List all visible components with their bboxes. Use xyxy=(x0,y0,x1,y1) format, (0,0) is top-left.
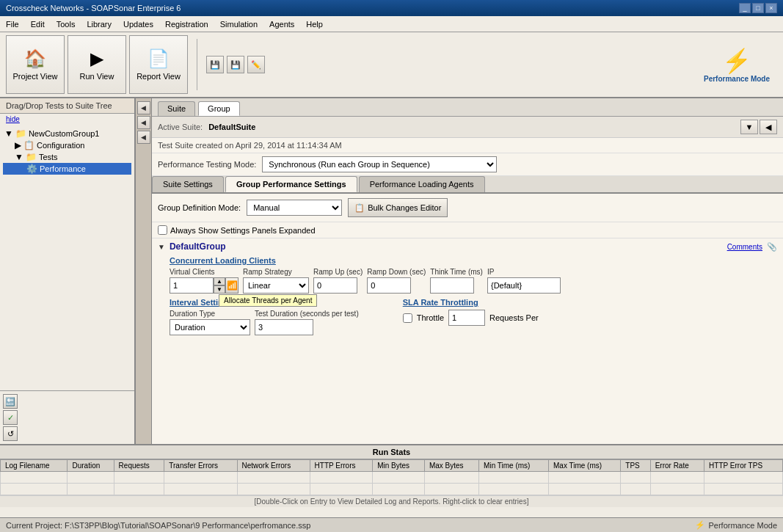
suite-nav-prev[interactable]: ◀ xyxy=(760,120,777,134)
tab-suite-settings[interactable]: Suite Settings xyxy=(152,176,224,192)
tree-item-label: NewCustomGroup1 xyxy=(29,129,100,138)
ramp-strategy-select[interactable]: Linear Step Exponential xyxy=(243,277,309,294)
menu-bar: File Edit Tools Library Updates Registra… xyxy=(0,16,783,32)
section-expand-icon[interactable]: ▼ xyxy=(158,243,165,251)
tree-expand-icon: ▼ xyxy=(4,128,13,139)
save-as-button[interactable]: 💾 xyxy=(227,56,244,73)
ramp-up-group: Ramp Up (sec) xyxy=(313,268,363,294)
ramp-down-input[interactable] xyxy=(367,277,411,294)
tree-expand-icon: ▶ xyxy=(15,140,21,150)
run-view-button[interactable]: ▶ Run View xyxy=(68,35,126,94)
tree-item-newcustomgroup1[interactable]: ▼ 📁 NewCustomGroup1 xyxy=(3,128,131,139)
run-view-label: Run View xyxy=(80,72,114,81)
ramp-up-input[interactable] xyxy=(313,277,357,294)
suite-info: Test Suite created on April 29, 2014 at … xyxy=(152,138,783,153)
menu-simulation[interactable]: Simulation xyxy=(214,16,263,32)
tree-expand-icon: ▼ xyxy=(15,152,23,162)
tree-item-configuration[interactable]: ▶ 📋 Configuration xyxy=(3,139,131,151)
ramp-up-label: Ramp Up (sec) xyxy=(313,268,363,276)
interval-fields-row: Duration Type Duration Iterations Time T… xyxy=(170,310,359,335)
menu-agents[interactable]: Agents xyxy=(263,16,300,32)
test-duration-input[interactable] xyxy=(255,319,313,335)
tree-area: ▼ 📁 NewCustomGroup1 ▶ 📋 Configuration ▼ … xyxy=(0,125,134,390)
run-view-icon: ▶ xyxy=(90,48,103,69)
throttle-checkbox[interactable] xyxy=(403,313,412,323)
group-tab[interactable]: Group xyxy=(198,101,240,116)
maximize-button[interactable]: □ xyxy=(752,3,764,13)
menu-edit[interactable]: Edit xyxy=(25,16,51,32)
status-bar: Current Project: F:\ST3PP\Blog\Tutorial\… xyxy=(0,517,783,532)
report-view-button[interactable]: 📄 Report View xyxy=(129,35,188,94)
requests-per-label: Requests Per xyxy=(489,313,539,322)
perf-mode-status-text: Performance Mode xyxy=(708,521,777,530)
title-bar: Crosscheck Networks - SOAPSonar Enterpri… xyxy=(0,0,783,16)
ip-label: IP xyxy=(487,268,561,276)
test-duration-label: Test Duration (seconds per test) xyxy=(255,310,359,318)
virtual-clients-increment[interactable]: ▲ xyxy=(214,277,225,285)
duration-type-select[interactable]: Duration Iterations Time xyxy=(170,319,250,335)
nav-arrow-2[interactable]: ◀ xyxy=(137,116,150,129)
comments-link[interactable]: Comments xyxy=(727,243,762,251)
performance-mode-icon: ⚡ xyxy=(722,47,751,75)
double-click-hint: [Double-Click on Entry to View Detailed … xyxy=(0,495,783,507)
tree-item-tests[interactable]: ▼ 📁 Tests xyxy=(3,151,131,163)
project-view-button[interactable]: 🏠 Project View xyxy=(6,35,65,94)
drag-drop-label: Drag/Drop Tests to Suite Tree xyxy=(6,101,112,110)
table-row-empty xyxy=(1,472,783,484)
menu-file[interactable]: File xyxy=(0,16,25,32)
perf-mode-label: Performance Testing Mode: xyxy=(158,160,256,169)
nav-arrow-1[interactable]: ◀ xyxy=(137,101,150,114)
tree-item-performance[interactable]: ⚙️ Performance xyxy=(3,163,131,175)
col-duration: Duration xyxy=(68,460,114,472)
ip-input[interactable] xyxy=(487,277,561,294)
save-button[interactable]: 💾 xyxy=(206,56,224,73)
table-row-empty-2 xyxy=(1,484,783,495)
edit-button[interactable]: ✏️ xyxy=(247,56,265,73)
always-show-settings-label[interactable]: Always Show Settings Panels Expanded xyxy=(158,225,777,235)
report-view-icon: 📄 xyxy=(148,48,170,69)
col-requests: Requests xyxy=(114,460,164,472)
virtual-clients-input[interactable] xyxy=(170,277,214,294)
always-show-settings-checkbox[interactable] xyxy=(158,225,167,235)
col-http-error-tps: HTTP Error TPS xyxy=(704,460,783,472)
perf-mode-row: Performance Testing Mode: Synchronous (R… xyxy=(152,153,783,176)
nav-refresh-button[interactable]: ↺ xyxy=(3,426,18,441)
menu-library[interactable]: Library xyxy=(81,16,117,32)
nav-arrows-panel: ◀ ◀ ◀ xyxy=(136,98,152,444)
menu-registration[interactable]: Registration xyxy=(159,16,214,32)
bulk-changes-editor-button[interactable]: 📋 Bulk Changes Editor xyxy=(348,198,448,217)
tab-performance-loading-agents[interactable]: Performance Loading Agents xyxy=(359,176,485,192)
group-def-label: Group Definition Mode: xyxy=(158,203,241,212)
test-duration-group: Test Duration (seconds per test) xyxy=(255,310,359,335)
concurrent-loading-title: Concurrent Loading Clients xyxy=(170,256,777,265)
active-suite-label: Active Suite: xyxy=(158,123,203,131)
menu-tools[interactable]: Tools xyxy=(51,16,81,32)
toolbar: 🏠 Project View ▶ Run View 📄 Report View … xyxy=(0,32,783,98)
comments-icon[interactable]: 📎 xyxy=(767,242,777,252)
close-button[interactable]: × xyxy=(765,3,777,13)
virtual-clients-decrement[interactable]: ▼ xyxy=(214,285,225,294)
menu-help[interactable]: Help xyxy=(300,16,329,32)
col-max-time: Max Time (ms) xyxy=(548,460,620,472)
hide-button[interactable]: hide xyxy=(0,114,134,125)
think-time-input[interactable] xyxy=(430,277,474,294)
group-def-select[interactable]: Manual Automatic xyxy=(247,200,342,216)
nav-check-button[interactable]: ✓ xyxy=(3,410,18,425)
menu-updates[interactable]: Updates xyxy=(117,16,159,32)
allocate-threads-icon[interactable]: 📶 xyxy=(227,280,238,291)
section-header: ▼ DefaultGroup Comments 📎 xyxy=(158,241,777,252)
perf-mode-select[interactable]: Synchronous (Run each Group in Sequence)… xyxy=(262,156,497,172)
throttle-value-input[interactable] xyxy=(448,310,485,326)
tree-item-label: Tests xyxy=(39,153,58,161)
tab-group-performance-settings[interactable]: Group Performance Settings xyxy=(225,176,357,192)
interval-sla-row: Interval Setting Duration Type Duration … xyxy=(170,298,777,335)
minimize-button[interactable]: _ xyxy=(739,3,751,13)
suite-nav-dropdown[interactable]: ▼ xyxy=(740,120,758,134)
default-group-section: ▼ DefaultGroup Comments 📎 Concurrent Loa… xyxy=(152,238,783,444)
nav-up-button[interactable]: 🔙 xyxy=(3,394,18,409)
suite-tab[interactable]: Suite xyxy=(158,101,195,116)
nav-arrow-3[interactable]: ◀ xyxy=(137,131,150,144)
ramp-down-group: Ramp Down (sec) xyxy=(367,268,426,294)
suite-created-text: Test Suite created on April 29, 2014 at … xyxy=(158,141,342,150)
config-icon: 📋 xyxy=(23,140,34,150)
